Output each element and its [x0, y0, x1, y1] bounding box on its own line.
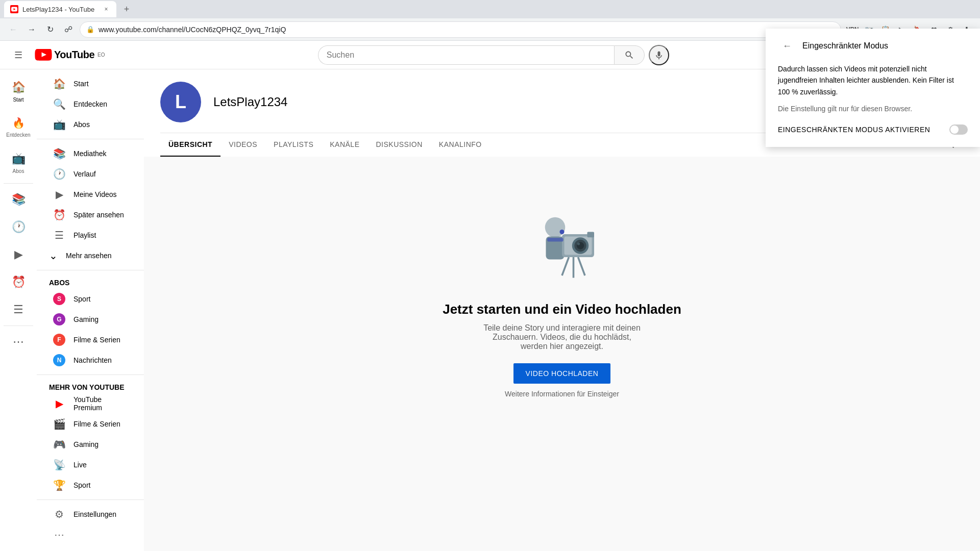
mic-icon [654, 50, 664, 60]
restricted-mode-toggle[interactable] [949, 124, 968, 135]
more-icon: ⋯ [13, 335, 24, 348]
panel-toggle-row: EINGESCHRÄNKTEN MODUS AKTIVIEREN [778, 124, 968, 135]
forward-btn[interactable]: → [24, 22, 39, 37]
upload-video-btn[interactable]: VIDEO HOCHLADEN [513, 363, 611, 384]
sidebar-item-abos[interactable]: 📺 Abos [41, 114, 140, 135]
subs-icon: 📺 [12, 152, 26, 165]
mini-sidebar-subs[interactable]: 📺 Abos [0, 145, 37, 181]
mini-sidebar-history[interactable]: 🕐 [0, 213, 37, 241]
mini-discover-label: Entdecken [6, 132, 30, 138]
sidebar-mediathek-label: Mediathek [74, 149, 107, 158]
mini-sidebar-library[interactable]: 📚 [0, 186, 37, 213]
search-button[interactable] [614, 45, 645, 65]
channel-body: Jetzt starten und ein Video hochladen Te… [144, 157, 980, 439]
yt-logo[interactable]: YouTube EO [35, 49, 105, 61]
sidebar-sport-label: Sport [74, 295, 90, 303]
entdecken-icon: 🔍 [53, 98, 65, 110]
back-btn[interactable]: ← [6, 22, 20, 37]
sidebar-mini: 🏠 Start 🔥 Entdecken 📺 Abos 📚 🕐 [0, 69, 37, 551]
yt-logo-text: YouTube [54, 49, 94, 61]
sidebar-item-sport[interactable]: S Sport [41, 289, 140, 309]
sidebar-gaming-label: Gaming [74, 315, 99, 323]
settings-icon: ⚙ [53, 508, 65, 520]
browser-frame: LetsPlay1234 - YouTube × + ← → ↻ ☍ 🔒 VPN… [0, 0, 980, 551]
sidebar-item-gaming[interactable]: G Gaming [41, 309, 140, 330]
svg-line-11 [578, 257, 585, 276]
more-label: Mehr ansehen [66, 252, 112, 260]
sidebar-divider-3 [37, 374, 144, 375]
mini-sidebar-home[interactable]: 🏠 Start [0, 73, 37, 110]
voice-search-button[interactable] [649, 45, 669, 65]
channel-tab-videos[interactable]: VIDEOS [220, 133, 265, 157]
search-bar [318, 45, 645, 65]
more-btn[interactable]: ⌄ Mehr ansehen [37, 245, 144, 266]
mini-divider-2 [4, 325, 33, 326]
channel-tab-kanalinfo[interactable]: KANALINFO [431, 133, 490, 157]
mini-sidebar-myvideos[interactable]: ▶ [0, 241, 37, 268]
sidebar-item-mediathek[interactable]: 📚 Mediathek [41, 143, 140, 164]
sidebar-item-filme2[interactable]: 🎬 Filme & Serien [41, 414, 140, 434]
more-dots-icon: ⋯ [53, 529, 65, 541]
gaming-channel-icon: G [53, 313, 65, 325]
refresh-btn[interactable]: ↻ [43, 22, 57, 37]
nachrichten-channel-icon: N [53, 354, 65, 366]
mini-sidebar-more[interactable]: ⋯ [0, 328, 37, 356]
mehr-section-label: MEHR VON YOUTUBE [37, 379, 144, 393]
sidebar-item-filme[interactable]: F Filme & Serien [41, 330, 140, 350]
sidebar-item-yt-premium[interactable]: ▶ YouTube Premium [41, 393, 140, 414]
discover-icon: 🔥 [12, 117, 25, 129]
sidebar-item-settings[interactable]: ⚙ Einstellungen [41, 504, 140, 524]
sidebar-item-gaming2[interactable]: 🎮 Gaming [41, 434, 140, 455]
sport-channel-icon: S [53, 293, 65, 305]
sidebar-item-sport2[interactable]: 🏆 Sport [41, 475, 140, 495]
sidebar-item-entdecken[interactable]: 🔍 Entdecken [41, 94, 140, 114]
browser-tab[interactable]: LetsPlay1234 - YouTube × [4, 1, 116, 17]
abos-section-label: ABOS [37, 274, 144, 289]
sidebar-item-verlauf[interactable]: 🕐 Verlauf [41, 164, 140, 184]
tab-playlists-label: PLAYLISTS [274, 140, 313, 148]
channel-tab-playlists[interactable]: PLAYLISTS [265, 133, 322, 157]
lock-icon: 🔒 [86, 26, 94, 33]
yt-logo-badge: EO [97, 52, 105, 58]
hamburger-menu[interactable]: ☰ [8, 45, 29, 65]
sidebar-live-label: Live [74, 461, 87, 469]
sidebar-item-live[interactable]: 📡 Live [41, 455, 140, 475]
sidebar-sport2-label: Sport [74, 481, 90, 489]
sidebar-yt-premium-label: YouTube Premium [74, 395, 128, 412]
channel-name: LetsPlay1234 [213, 95, 287, 109]
sidebar-item-nachrichten[interactable]: N Nachrichten [41, 350, 140, 370]
sidebar-item-spaeter[interactable]: ⏰ Später ansehen [41, 205, 140, 225]
address-bar[interactable] [99, 26, 835, 34]
home-btn[interactable]: ☍ [61, 22, 76, 37]
sidebar-start-label: Start [74, 80, 89, 88]
sidebar-abos-label: Abos [74, 120, 90, 129]
sidebar-nachrichten-label: Nachrichten [74, 356, 112, 364]
panel-note: Die Einstellung gilt nur für diesen Brow… [778, 104, 968, 114]
tab-diskussion-label: DISKUSSION [376, 140, 423, 148]
start-icon: 🏠 [53, 78, 65, 90]
mini-sidebar-playlist[interactable]: ☰ [0, 296, 37, 323]
mini-sidebar-watchlater[interactable]: ⏰ [0, 268, 37, 296]
sidebar-entdecken-label: Entdecken [74, 100, 107, 108]
search-input[interactable] [318, 45, 614, 65]
yt-premium-icon: ▶ [53, 397, 65, 410]
youtube-logo-icon [35, 49, 52, 61]
history-icon: 🕐 [12, 220, 26, 234]
new-tab-btn[interactable]: + [120, 3, 133, 15]
sidebar-item-more-dots[interactable]: ⋯ [41, 524, 140, 545]
channel-tab-uebersicht[interactable]: ÜBERSICHT [160, 133, 220, 157]
mini-sidebar-discover[interactable]: 🔥 Entdecken [0, 110, 37, 145]
beginner-link[interactable]: Weitere Informationen für Einsteiger [505, 390, 619, 398]
sidebar-item-playlist[interactable]: ☰ Playlist [41, 225, 140, 245]
channel-tab-kanale[interactable]: KANÄLE [322, 133, 368, 157]
svg-point-7 [577, 242, 580, 245]
yt-body: 🏠 Start 🔥 Entdecken 📺 Abos 📚 🕐 [0, 69, 980, 551]
close-tab-btn[interactable]: × [102, 5, 110, 13]
filme2-icon: 🎬 [53, 418, 65, 430]
search-area [113, 45, 874, 65]
channel-tab-diskussion[interactable]: DISKUSSION [368, 133, 431, 157]
sidebar-item-start[interactable]: 🏠 Start [41, 73, 140, 94]
upload-title: Jetzt starten und ein Video hochladen [443, 302, 681, 317]
sidebar-item-myvideos[interactable]: ▶ Meine Videos [41, 184, 140, 205]
svg-line-9 [562, 257, 569, 276]
